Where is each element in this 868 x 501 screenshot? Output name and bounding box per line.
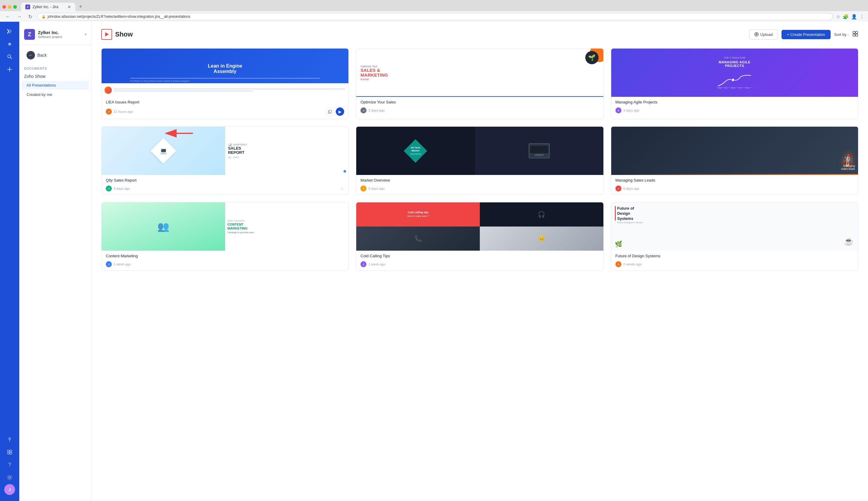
agile-thumb-small: TOP 5 TOOLS FOR [724, 56, 745, 59]
svg-rect-9 [10, 452, 12, 454]
user-avatar[interactable]: J [4, 484, 15, 495]
card-avatar-agile: J [615, 107, 622, 114]
card-thumbnail-future: Future ofDesignSystems Every Designer's … [611, 202, 858, 250]
sort-label: Sort by : [834, 32, 849, 37]
card-title-cold: Cold Calling Tips [361, 254, 599, 258]
card-avatar-sales: J [361, 107, 366, 114]
tab-favicon: Z [25, 4, 30, 9]
card-avatar-qtly: J [106, 185, 112, 192]
sidebar-icon-pin[interactable] [4, 434, 16, 446]
sidebar-item-created-by-me[interactable]: Created by me [22, 90, 89, 99]
icon-sidebar-bottom: ? J [4, 434, 16, 497]
presentation-card-agile[interactable]: TOP 5 TOOLS FOR MANAGING AGILEPROJECTS M… [611, 48, 858, 119]
card-title-agile: Managing Agile Projects [615, 100, 854, 104]
sidebar-icon-grid[interactable] [4, 446, 16, 458]
presentation-card-qtly[interactable]: 💻 📊 QUARTERLY SALESREPORT Q3 - 2019 Qtly… [101, 126, 349, 195]
card-footer-content: Content Marketing [101, 250, 349, 261]
tab-bar: Z Zylker Inc. - Jira ✕ + [0, 0, 868, 11]
svg-line-1 [11, 57, 12, 59]
presentation-card-content[interactable]: 👥 Zylker Corporation CONTENTMARKETING Ca… [101, 202, 349, 270]
sidebar-icon-logo[interactable] [4, 25, 16, 38]
project-info: Zylker Inc. Software project [38, 30, 82, 39]
presentations-grid: Lean in EngineAssembly Put things in a f… [101, 48, 858, 270]
svg-rect-18 [329, 110, 331, 113]
card-footer-liea: LIEA Issues Report [101, 97, 349, 107]
card-avatar-leads: J [615, 185, 622, 192]
svg-text:Mon: Mon [718, 87, 722, 89]
presentation-card-cold[interactable]: Cold calling tipsDoes it really work ? 🎧… [356, 202, 603, 270]
card-thumbnail-leads: 🚀 ManagingSales leads [611, 127, 858, 175]
card-time-future: 2 weeks ago [623, 263, 642, 266]
card-play-button-liea[interactable]: ▶ [336, 107, 344, 116]
card-thumbnail-market: AD TechMarketOverview [356, 127, 603, 175]
traffic-light-red[interactable] [2, 5, 6, 9]
project-chevron-icon[interactable]: ▾ [85, 32, 87, 36]
presentation-card-future[interactable]: Future ofDesignSystems Every Designer's … [611, 202, 858, 270]
card-avatar-liea: J [106, 109, 112, 115]
card-thumbnail-agile: TOP 5 TOOLS FOR MANAGING AGILEPROJECTS M… [611, 49, 858, 97]
extensions-button[interactable]: 🧩 [843, 14, 849, 20]
traffic-light-yellow[interactable] [8, 5, 11, 9]
tab-close-button[interactable]: ✕ [67, 4, 71, 9]
back-label: Back [37, 53, 47, 57]
card-thumbnail-liea: Lean in EngineAssembly Put things in a f… [101, 49, 349, 97]
svg-point-10 [9, 477, 11, 478]
app-layout: ★ [0, 22, 868, 501]
sidebar-icon-star[interactable]: ★ [4, 38, 16, 50]
svg-text:Tue: Tue [724, 87, 727, 89]
sidebar-section-label: DOCUMENTS [19, 63, 91, 72]
active-tab[interactable]: Z Zylker Inc. - Jira ✕ [21, 3, 75, 11]
presentation-card-liea[interactable]: Lean in EngineAssembly Put things in a f… [101, 48, 349, 119]
sidebar-icon-add[interactable] [4, 63, 16, 75]
sidebar-icon-help[interactable]: ? [4, 459, 16, 471]
nav-sidebar: Z Zylker Inc. Software project ▾ ← Back … [19, 22, 92, 501]
presentation-card-market[interactable]: AD TechMarketOverview Market Overview [356, 126, 603, 195]
svg-marker-11 [105, 32, 109, 36]
create-presentation-button[interactable]: + Create Presentation [781, 30, 831, 39]
traffic-light-green[interactable] [13, 5, 17, 9]
all-presentations-label: All Presentations [26, 83, 56, 87]
card-footer-sales: Optimize Your Sales [356, 97, 603, 107]
card-time-leads: 6 days ago [623, 187, 639, 190]
back-circle-icon: ← [26, 51, 35, 60]
card-time-agile: 3 days ago [623, 109, 639, 112]
back-nav-button[interactable]: ← Back [22, 49, 89, 62]
icon-sidebar-top: ★ [4, 25, 16, 432]
upload-button[interactable]: Upload [749, 30, 778, 40]
create-label: + Create Presentation [787, 32, 825, 37]
forward-button[interactable]: → [15, 13, 23, 20]
traffic-lights [2, 5, 17, 9]
sidebar-item-all-presentations[interactable]: All Presentations [22, 81, 89, 89]
card-copy-button-liea[interactable] [326, 107, 334, 116]
card-time-sales: 2 days ago [368, 109, 385, 112]
sidebar-icon-search[interactable] [4, 51, 16, 63]
card-title-leads: Managing Sales Leads [615, 178, 854, 182]
svg-rect-7 [10, 450, 12, 452]
new-tab-button[interactable]: + [77, 2, 85, 11]
sidebar-icon-settings[interactable] [4, 471, 16, 483]
svg-rect-13 [853, 31, 855, 33]
presentation-card-leads[interactable]: 🚀 ManagingSales leads Managing Sales Lea… [611, 126, 858, 195]
card-footer-agile: Managing Agile Projects [611, 97, 858, 107]
sort-icon-button[interactable] [852, 31, 858, 38]
nav-actions: ☆ 🧩 👤 ⋮ [836, 14, 864, 20]
card-footer-cold: Cold Calling Tips [356, 250, 603, 261]
card-meta-cold: J 1 week ago [356, 261, 603, 270]
menu-button[interactable]: ⋮ [859, 14, 864, 20]
card-title-qtly: Qtly Sales Report [106, 178, 344, 182]
svg-point-19 [732, 78, 735, 82]
svg-rect-8 [8, 452, 9, 454]
bookmark-star-button[interactable]: ☆ [836, 14, 840, 20]
project-logo: Z [24, 29, 35, 40]
card-time-qtly: 4 days ago [114, 187, 130, 190]
refresh-button[interactable]: ↻ [26, 13, 34, 20]
card-avatar-content: J [106, 261, 112, 267]
back-button[interactable]: ← [4, 13, 12, 20]
url-text: johndoe.atlassian.net/projects/ZLR?selec… [48, 14, 190, 19]
profile-button[interactable]: 👤 [851, 14, 857, 20]
address-bar[interactable]: 🔒 johndoe.atlassian.net/projects/ZLR?sel… [37, 13, 833, 20]
created-by-me-label: Created by me [26, 92, 52, 97]
presentation-card-sales[interactable]: 🌱 Optimize Your SALES &MARKETING Funnel … [356, 48, 603, 119]
card-meta-market: J 5 days ago [356, 185, 603, 194]
card-avatar-market: J [361, 185, 366, 192]
